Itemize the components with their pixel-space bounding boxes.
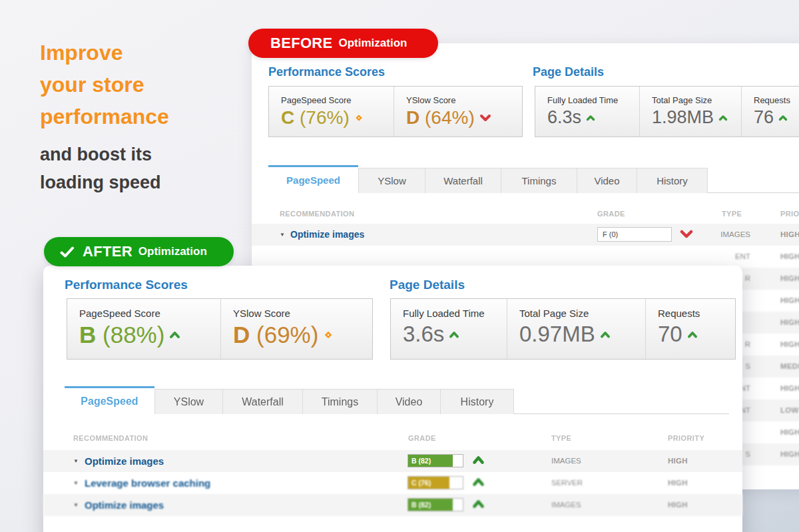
- table-row[interactable]: ENT HIGH: [252, 246, 799, 268]
- after-performance-scores-box: PageSpeed Score B (88%) YSlow Score D (6…: [67, 298, 373, 360]
- chevron-up-icon: [472, 499, 485, 509]
- table-row[interactable]: ▼ Optimize images B (82) IMAGES HIGH: [43, 494, 742, 516]
- row-priority: HIGH: [780, 230, 799, 238]
- row-type: SERVER: [551, 479, 583, 487]
- chevron-up-icon: [687, 331, 698, 338]
- chevron-down-icon: [479, 114, 491, 122]
- fully-loaded-time-value: 6.3s: [547, 107, 581, 128]
- row-expand-caret[interactable]: ▼: [73, 480, 79, 486]
- row-expand-caret[interactable]: ▼: [73, 458, 79, 464]
- requests-value: 76: [754, 107, 774, 128]
- yslow-grade: D (64%): [406, 107, 475, 129]
- chevron-up-icon: [778, 115, 788, 121]
- after-yslow-score-cell: YSlow Score D (69%): [220, 299, 372, 359]
- row-expand-caret[interactable]: ▼: [280, 232, 285, 238]
- hero-text: Improve your store performance and boost…: [40, 37, 169, 196]
- table-row[interactable]: ▼ Optimize images F (0) IMAGES HIGH: [252, 224, 799, 246]
- after-page-details-heading: Page Details: [390, 278, 465, 292]
- table-row[interactable]: ▼ Optimize images B (82) IMAGES HIGH: [43, 450, 742, 472]
- chevron-up-icon: [600, 331, 611, 338]
- yslow-score-label: YSlow Score: [233, 308, 372, 319]
- row-priority: HIGH: [668, 501, 688, 509]
- before-yslow-score-cell: YSlow Score D (64%): [394, 87, 522, 136]
- tab-video[interactable]: Video: [577, 168, 637, 193]
- recommendation-link[interactable]: Optimize images: [290, 229, 364, 240]
- before-fully-loaded-cell: Fully Loaded Time 6.3s: [535, 87, 639, 136]
- pagespeed-score-label: PageSpeed Score: [79, 308, 220, 319]
- requests-value: 70: [658, 322, 682, 347]
- row-type: IMAGES: [651, 230, 750, 238]
- after-tabs: PageSpeed YSlow Waterfall Timings Video …: [65, 386, 514, 414]
- before-pagespeed-score-cell: PageSpeed Score C (76%): [269, 87, 394, 136]
- row-priority: HIGH: [668, 457, 688, 465]
- tab-yslow[interactable]: YSlow: [154, 389, 223, 414]
- after-page-details-box: Fully Loaded Time 3.6s Total Page Size 0…: [390, 298, 736, 360]
- chevron-up-icon: [472, 477, 485, 487]
- row-priority: HIGH: [668, 479, 688, 487]
- after-requests-cell: Requests 70: [645, 299, 735, 359]
- row-expand-caret[interactable]: ▼: [73, 502, 79, 508]
- pagespeed-grade: C (76%): [281, 107, 350, 129]
- chevron-up-icon: [449, 331, 459, 338]
- pagespeed-score-label: PageSpeed Score: [281, 95, 394, 105]
- tab-video[interactable]: Video: [378, 389, 441, 414]
- after-report-panel: Performance Scores PageSpeed Score B (88…: [43, 266, 742, 532]
- tab-yslow[interactable]: YSlow: [358, 168, 425, 193]
- before-performance-scores-box: PageSpeed Score C (76%) YSlow Score D (6…: [268, 86, 523, 137]
- before-page-details-heading: Page Details: [533, 65, 604, 79]
- tab-history[interactable]: History: [637, 168, 708, 193]
- chevron-up-icon: [718, 115, 728, 121]
- grade-bar: C (76): [407, 476, 463, 489]
- chevron-up-icon: [472, 455, 485, 465]
- before-performance-scores-heading: Performance Scores: [268, 65, 385, 79]
- before-page-details-box: Fully Loaded Time 6.3s Total Page Size 1…: [535, 86, 799, 137]
- hero-title-line: performance: [40, 101, 169, 133]
- yslow-score-label: YSlow Score: [406, 95, 522, 105]
- tab-waterfall[interactable]: Waterfall: [223, 389, 303, 414]
- grade-bar: B (82): [407, 454, 463, 467]
- diamond-icon: [323, 330, 334, 340]
- total-page-size-value: 1.98MB: [652, 107, 714, 128]
- diamond-icon: [354, 113, 364, 123]
- after-pagespeed-score-cell: PageSpeed Score B (88%): [67, 299, 220, 359]
- yslow-grade: D (69%): [233, 322, 318, 348]
- tab-pagespeed[interactable]: PageSpeed: [65, 386, 154, 414]
- tab-history[interactable]: History: [441, 389, 514, 414]
- tab-pagespeed[interactable]: PageSpeed: [268, 165, 358, 193]
- hero-title-line: your store: [40, 69, 169, 101]
- after-optimization-badge: AFTER Optimization: [44, 237, 234, 266]
- before-optimization-badge: BEFORE Optimization: [248, 29, 438, 58]
- hero-subtitle-line: loading speed: [40, 168, 169, 196]
- recommendation-link[interactable]: Optimize images: [85, 499, 164, 511]
- hero-title-line: Improve: [40, 37, 169, 69]
- before-page-size-cell: Total Page Size 1.98MB: [639, 87, 741, 136]
- chevron-up-icon: [586, 115, 595, 121]
- before-tabs: PageSpeed YSlow Waterfall Timings Video …: [268, 165, 708, 193]
- recommendation-link[interactable]: Optimize images: [85, 455, 164, 467]
- tab-timings[interactable]: Timings: [303, 389, 378, 414]
- table-row[interactable]: ▼ Leverage browser caching C (76) SERVER…: [43, 472, 742, 494]
- after-performance-scores-heading: Performance Scores: [65, 278, 188, 292]
- hero-subtitle-line: and boost its: [40, 140, 169, 168]
- checkmark-icon: [60, 246, 75, 258]
- after-fully-loaded-cell: Fully Loaded Time 3.6s: [391, 299, 507, 359]
- grade-bar: B (82): [407, 498, 463, 511]
- chevron-up-icon: [169, 331, 180, 339]
- tab-timings[interactable]: Timings: [501, 168, 577, 193]
- row-type: IMAGES: [551, 457, 581, 465]
- before-requests-cell: Requests 76: [741, 87, 799, 136]
- after-page-size-cell: Total Page Size 0.97MB: [507, 299, 645, 359]
- recommendation-link[interactable]: Leverage browser caching: [85, 477, 210, 489]
- total-page-size-value: 0.97MB: [519, 322, 595, 347]
- fully-loaded-time-value: 3.6s: [403, 322, 444, 347]
- row-type: IMAGES: [551, 501, 581, 509]
- promo-canvas: Performance Scores PageSpeed Score C (76…: [0, 0, 799, 532]
- pagespeed-grade: B (88%): [79, 322, 164, 348]
- tab-waterfall[interactable]: Waterfall: [425, 168, 501, 193]
